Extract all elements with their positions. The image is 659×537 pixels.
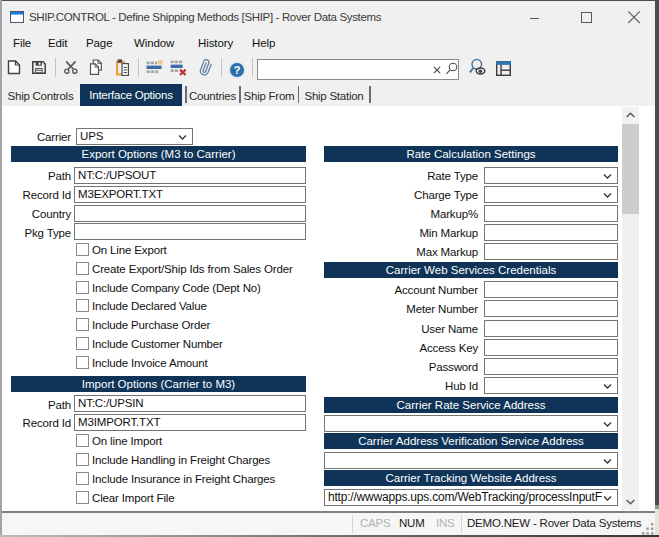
svg-text:?: ?	[233, 64, 240, 76]
